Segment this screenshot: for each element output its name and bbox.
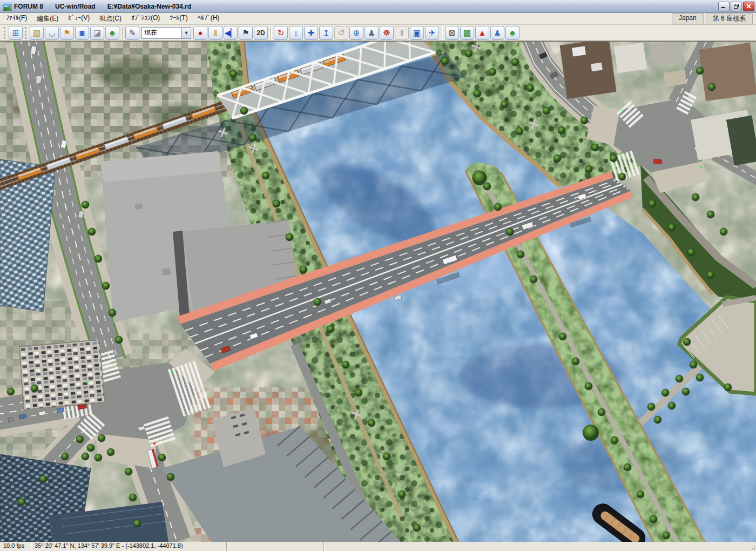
menu-item[interactable]: ﾋﾞｭｰ(V) (63, 13, 94, 24)
combobox-value: 現在 (142, 28, 181, 37)
drafting-desk-icon: ⊞ (12, 29, 19, 37)
menu-item[interactable]: ｵﾌﾟｼｮﾝ(O) (126, 13, 165, 24)
menu-item[interactable]: ﾍﾙﾌﾟ(H) (193, 13, 225, 24)
traffic-settings-button[interactable]: ◙ (75, 26, 89, 40)
orbit-view-button[interactable]: ↺ (334, 26, 348, 40)
globe-icon: ⊕ (353, 29, 360, 37)
tree-icon: ♣ (510, 29, 515, 37)
coordinates-readout: 35° 20' 47.1" N, 134° 57' 39.9" E - (-14… (31, 542, 227, 551)
toolbar: ⊞▧◡⚑◙◪♣✎現在▼●‖◀▏⚑2D↻↕✚↥↺⊕♟☸‖▣✈⊠▩▲♟♣ (0, 25, 756, 41)
pause-icon: ‖ (214, 29, 217, 37)
tree-placement-button[interactable]: ♣ (505, 26, 519, 40)
drive-car-button[interactable]: ▣ (410, 26, 424, 40)
signpost-button[interactable]: ⚑ (60, 26, 74, 40)
menu-item[interactable]: ﾂｰﾙ(T) (165, 13, 192, 24)
flag-icon: ⚑ (242, 29, 249, 37)
close-icon (746, 4, 751, 9)
four-way-arrows-icon: ✚ (308, 29, 315, 37)
menu-status-label: 第 6 座標系 (706, 13, 753, 24)
helicopter-icon: ↥ (323, 29, 330, 37)
toolbar-grip[interactable] (4, 27, 6, 39)
camera-preset-combobox[interactable]: 現在▼ (141, 27, 191, 39)
traffic-signal-button[interactable]: ● (193, 26, 207, 40)
pause-icon: ‖ (400, 29, 403, 37)
eraser-icon: ◪ (93, 29, 101, 37)
2d-label: 2D (256, 30, 265, 36)
step-back-icon: ◀▏ (224, 29, 237, 37)
rotate-icon: ↻ (278, 29, 285, 37)
city-map-button[interactable]: ▩ (460, 26, 474, 40)
pause-simulation-button[interactable]: ‖ (208, 26, 222, 40)
scene-3d (0, 42, 756, 542)
landscape-paint-icon: ✎ (129, 29, 136, 37)
toolbar-grip[interactable] (25, 27, 28, 39)
chevron-down-icon[interactable]: ▼ (181, 28, 191, 38)
menu-status-label: Japan (672, 13, 704, 24)
map-view-button[interactable]: ▧ (30, 26, 44, 40)
railroad-crossing-icon: ⊠ (449, 29, 456, 37)
road-map-icon: ▩ (463, 29, 471, 37)
viewport-3d[interactable] (0, 41, 756, 541)
toolbar-separator (442, 26, 442, 39)
up-down-arrows-icon: ↕ (294, 29, 298, 37)
traffic-light-icon: ● (198, 29, 202, 37)
menu-item[interactable]: 編集(E) (32, 13, 63, 24)
map-north-icon: ▧ (33, 29, 40, 37)
restore-button[interactable] (731, 2, 742, 11)
helicopter-view-button[interactable]: ↥ (319, 26, 333, 40)
walk-view-button[interactable]: ♟ (364, 26, 379, 40)
fly-view-button[interactable]: ✈ (425, 26, 439, 40)
menu-items: ﾌｧｲﾙ(F)編集(E)ﾋﾞｭｰ(V)視点(C)ｵﾌﾟｼｮﾝ(O)ﾂｰﾙ(T)ﾍ… (1, 13, 224, 24)
rotate-view-button[interactable]: ↻ (274, 26, 288, 40)
minimize-icon (721, 4, 726, 9)
project-editor-button[interactable]: ⊞ (9, 26, 23, 40)
move-vertical-button[interactable]: ↕ (289, 26, 303, 40)
restore-icon (734, 4, 739, 9)
title-bar: FORUM 8UC-win/RoadE:¥Data¥Osaka-New-034.… (0, 0, 756, 13)
resize-grip[interactable] (748, 542, 756, 551)
menu-bar: ﾌｧｲﾙ(F)編集(E)ﾋﾞｭｰ(V)視点(C)ｵﾌﾟｼｮﾝ(O)ﾂｰﾙ(T)ﾍ… (0, 13, 756, 25)
window-title: FORUM 8UC-win/RoadE:¥Data¥Osaka-New-034.… (14, 3, 203, 10)
minimize-button[interactable] (718, 2, 730, 11)
flag-button[interactable]: ⚑ (239, 26, 253, 40)
fps-indicator: 10.0 fps (0, 542, 31, 551)
reset-playback-button[interactable]: ◀▏ (224, 26, 238, 40)
pan-view-button[interactable]: ✚ (304, 26, 318, 40)
edit-tools-button[interactable]: ◪ (90, 26, 104, 40)
steering-wheel-icon: ☸ (383, 29, 390, 37)
pause-motion-button[interactable]: ‖ (395, 26, 409, 40)
status-cell-empty (324, 542, 748, 551)
toolbar-separator (271, 26, 271, 39)
radio-tower-icon: ▲ (478, 29, 487, 37)
person-icon: ♟ (368, 29, 375, 37)
2d-view-button[interactable]: 2D (254, 26, 268, 40)
orbit-icon: ↺ (338, 29, 345, 37)
railway-button[interactable]: ⊠ (445, 26, 459, 40)
tree-icon: ♣ (110, 29, 115, 37)
cross-section-button[interactable]: ◡ (45, 26, 59, 40)
tower-button[interactable]: ▲ (475, 26, 489, 40)
vegetation-button[interactable]: ♣ (105, 26, 119, 40)
globe-button[interactable]: ⊕ (349, 26, 363, 40)
road-section-icon: ◡ (48, 29, 55, 37)
status-cell-empty (227, 542, 324, 551)
status-bar: 10.0 fps 35° 20' 47.1" N, 134° 57' 39.9"… (0, 541, 756, 551)
close-button[interactable] (743, 2, 754, 11)
drive-view-button[interactable]: ☸ (380, 26, 394, 40)
airplane-icon: ✈ (429, 29, 436, 37)
signpost-icon: ⚑ (63, 29, 70, 37)
pedestrian-button[interactable]: ♟ (490, 26, 504, 40)
walking-person-icon: ♟ (494, 29, 501, 37)
menu-item[interactable]: 視点(C) (94, 13, 126, 24)
car-icon: ▣ (413, 29, 421, 37)
cars-icon: ◙ (79, 29, 84, 37)
texture-paint-button[interactable]: ✎ (125, 26, 139, 40)
toolbar-separator (122, 26, 123, 39)
menu-item[interactable]: ﾌｧｲﾙ(F) (1, 13, 32, 24)
app-icon (3, 2, 12, 11)
